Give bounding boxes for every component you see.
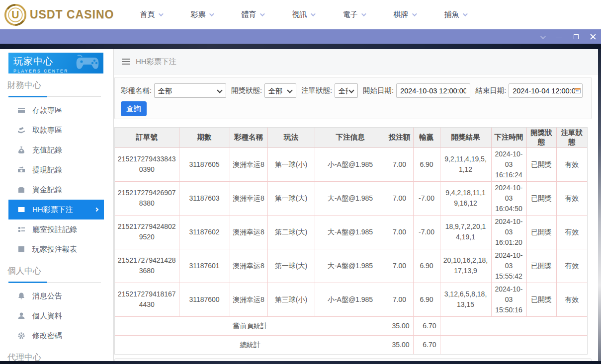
table-header: 訂單號 期數 彩種名稱 玩法 下注信息 投注額 輸贏 開獎結果 下注時間 開獎狀… — [115, 128, 587, 147]
sidebar-item-label: 資金記錄 — [32, 185, 62, 195]
summary-label: 總統計 — [115, 335, 386, 354]
sidebar-item-announcements[interactable]: 消息公告 — [8, 286, 104, 306]
cell-order-status: 有效 — [556, 249, 587, 283]
chevron-down-icon — [311, 11, 316, 16]
sidebar-item-recharge-record[interactable]: 充值記錄 — [8, 140, 104, 160]
logo-coin-icon: U — [4, 3, 27, 26]
sidebar-item-change-password[interactable]: 修改密碼 — [8, 326, 104, 346]
table-row[interactable]: 2152172794269078380 31187603 澳洲幸运8 第一球(大… — [115, 181, 587, 215]
chevron-down-icon — [361, 11, 366, 16]
nav-item-slots[interactable]: 電子 — [343, 10, 365, 19]
sidebar-item-label: 充值記錄 — [32, 146, 62, 155]
col-header-win-loss: 輸贏 — [413, 128, 440, 147]
window-titlebar — [0, 29, 601, 44]
lottery-name-label: 彩種名稱: — [121, 86, 152, 95]
hall-bet-record-icon — [17, 225, 25, 233]
cell-bet-time: 2024-10-03 15:50:16 — [491, 283, 526, 316]
sidebar-item-label: 修改密碼 — [32, 331, 62, 341]
page-title: HH彩票下注 — [136, 57, 176, 67]
breadcrumb: HH彩票下注 — [114, 49, 598, 74]
summary-bet-total: 35.00 — [386, 316, 413, 335]
cell-period: 31187600 — [179, 283, 230, 316]
window-close-icon[interactable] — [590, 33, 596, 40]
nav-item-cards[interactable]: 棋牌 — [393, 10, 416, 19]
chevron-down-icon — [463, 11, 468, 16]
cell-bet-time: 2024-10-03 15:55:42 — [491, 249, 526, 283]
table-row[interactable]: 2152172794214283680 31187601 澳洲幸运8 第一球(大… — [115, 249, 587, 283]
col-header-period: 期數 — [179, 128, 230, 147]
sidebar-item-withdrawal-record[interactable]: 提現記錄 — [8, 160, 104, 180]
nav-item-fishing[interactable]: 捕魚 — [444, 10, 466, 19]
table-row[interactable]: 2152172794248029520 31187602 澳洲幸运8 第二球(大… — [115, 215, 587, 249]
summary-win-loss-total: 6.70 — [413, 316, 440, 335]
bets-table: 訂單號 期數 彩種名稱 玩法 下注信息 投注額 輸贏 開獎結果 下注時間 開獎狀… — [114, 127, 588, 355]
cell-period: 31187605 — [179, 147, 230, 181]
cell-draw-result: 9,2,11,4,19,5,1,12 — [440, 147, 491, 181]
nav-label: 體育 — [241, 10, 256, 19]
lottery-name-select[interactable]: 全部 — [154, 83, 226, 98]
sidebar-item-deposit[interactable]: 存款專區 — [8, 100, 104, 120]
start-date-input[interactable] — [396, 83, 470, 98]
sidebar-item-profile[interactable]: 個人資料 — [8, 306, 104, 326]
cell-order-status: 有效 — [556, 181, 587, 215]
cell-lottery-name: 澳洲幸运8 — [230, 147, 267, 181]
summary-row-total: 總統計 35.00 6.70 — [115, 335, 587, 354]
cell-period: 31187601 — [179, 249, 230, 283]
sidebar-item-player-report[interactable]: 玩家投注報表 — [8, 239, 104, 259]
svg-text:U: U — [11, 9, 19, 20]
cell-bet-time: 2024-10-03 16:04:50 — [491, 181, 526, 215]
chevron-down-icon — [209, 11, 214, 16]
summary-bet-total: 35.00 — [386, 335, 413, 354]
summary-win-loss-total: 6.70 — [413, 335, 440, 354]
sidebar-item-withdraw[interactable]: 取款專區 — [8, 120, 104, 140]
nav-item-home[interactable]: 首頁 — [140, 10, 162, 19]
chevron-down-icon — [159, 11, 164, 16]
summary-empty — [440, 335, 587, 354]
window-minimize-icon[interactable] — [556, 33, 562, 40]
cell-draw-status: 已開獎 — [526, 181, 556, 215]
table-summary: 當前頁統計 35.00 6.70 總統計 35.00 6.70 — [115, 316, 587, 354]
main-content: HH彩票下注 彩種名稱: 全部 開獎狀態: 全部 注單狀態: 全部 開始日期: … — [114, 49, 598, 364]
sidebar-item-label: 玩家投注報表 — [32, 245, 77, 254]
logo[interactable]: U USDT CASINO — [4, 3, 114, 26]
cell-win-loss: 6.90 — [413, 249, 440, 283]
summary-row-current-page: 當前頁統計 35.00 6.70 — [115, 316, 587, 335]
start-date-label: 開始日期: — [363, 86, 394, 95]
hamburger-icon[interactable] — [122, 61, 130, 62]
nav-item-sports[interactable]: 體育 — [241, 10, 263, 19]
cell-order-no: 2152172794248029520 — [115, 215, 179, 249]
window-maximize-icon[interactable] — [573, 33, 579, 40]
sidebar-item-label: 提現記錄 — [32, 165, 62, 175]
calendar-icon[interactable] — [575, 87, 581, 93]
cell-draw-result: 18,9,7,2,20,14,19,1 — [440, 215, 491, 249]
table-row[interactable]: 2152172794181674430 31187600 澳洲幸运8 第三球(小… — [115, 283, 587, 316]
table-row[interactable]: 2152172794338430390 31187605 澳洲幸运8 第一球(小… — [115, 147, 587, 181]
cell-draw-result: 20,10,16,2,18,17,13,9 — [440, 249, 491, 283]
col-header-draw-status: 開獎狀態 — [526, 128, 556, 147]
col-header-order-no: 訂單號 — [115, 128, 179, 147]
main-nav: 首頁 彩票 體育 視訊 電子 棋牌 捕魚 — [140, 10, 466, 19]
summary-empty — [440, 316, 587, 335]
sidebar-item-label: 取款專區 — [32, 126, 62, 135]
cell-period: 31187602 — [179, 215, 230, 249]
draw-status-select[interactable]: 全部 — [264, 83, 296, 98]
order-status-select[interactable]: 全部 — [335, 83, 358, 98]
nav-item-lottery[interactable]: 彩票 — [190, 10, 213, 19]
nav-item-live[interactable]: 視訊 — [292, 10, 314, 19]
nav-label: 首頁 — [140, 10, 155, 19]
cell-play-type: 第三球(小) — [267, 283, 315, 316]
cell-play-type: 第一球(小) — [267, 147, 315, 181]
col-header-bet-amount: 投注額 — [386, 128, 413, 147]
sidebar-item-hh-lottery-bets[interactable]: HH彩票下注 — [8, 200, 104, 219]
gear-icon — [17, 332, 25, 340]
col-header-bet-info: 下注信息 — [315, 128, 386, 147]
query-button[interactable]: 查詢 — [121, 101, 147, 116]
window-chevron-down-icon[interactable] — [539, 33, 545, 40]
sidebar-item-funds-record[interactable]: 資金記錄 — [8, 180, 104, 200]
end-date-input[interactable] — [509, 83, 583, 98]
sidebar-item-hall-bet-record[interactable]: 廳室投註記錄 — [8, 219, 104, 239]
logo-text: USDT CASINO — [30, 8, 114, 21]
cell-order-no: 2152172794269078380 — [115, 181, 179, 215]
chevron-right-icon — [94, 208, 98, 212]
table-body: 2152172794338430390 31187605 澳洲幸运8 第一球(小… — [115, 147, 587, 316]
